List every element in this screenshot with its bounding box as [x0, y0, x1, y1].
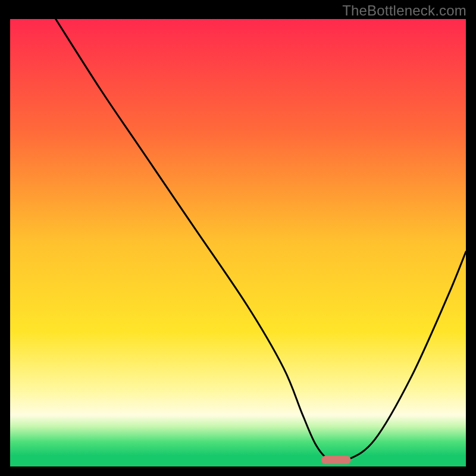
optimum-marker — [321, 456, 351, 464]
chart-container — [10, 19, 466, 466]
bottleneck-chart — [10, 19, 466, 466]
watermark-text: TheBottleneck.com — [342, 2, 466, 19]
chart-background-gradient — [10, 19, 466, 466]
